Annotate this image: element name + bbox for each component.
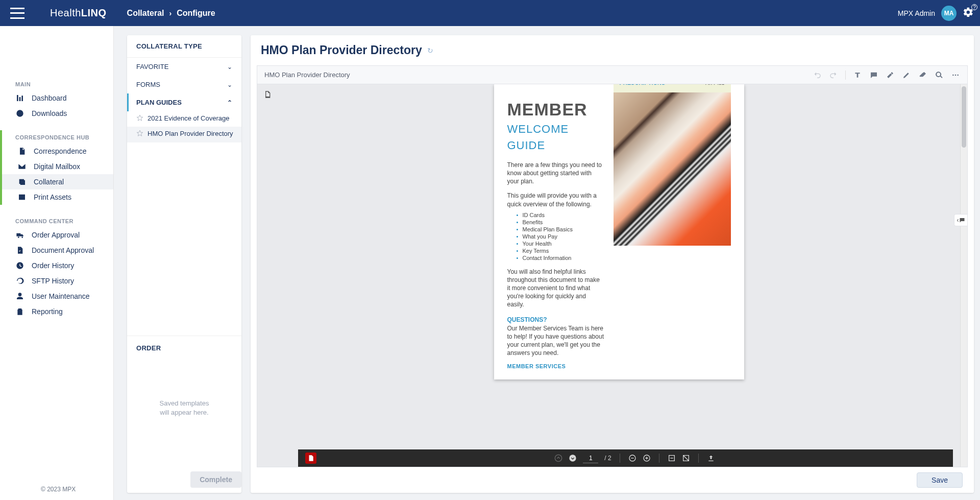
page-up-icon[interactable] xyxy=(554,454,562,462)
save-button[interactable]: Save xyxy=(917,472,963,488)
collateral-item-hmo-directory[interactable]: HMO Plan Provider Directory xyxy=(127,127,241,142)
document-viewer: HMO Plan Provider Directory xyxy=(257,65,968,467)
chevron-down-icon: ⌄ xyxy=(227,81,232,88)
thumbnail-rail[interactable] xyxy=(257,84,278,467)
section-main-title: MAIN xyxy=(0,77,113,90)
viewer-doc-name: HMO Plan Provider Directory xyxy=(264,71,350,79)
category-label: FAVORITE xyxy=(136,63,168,70)
sidebar-item-label: Dashboard xyxy=(32,94,67,102)
pages-icon xyxy=(263,90,272,99)
redo-icon[interactable] xyxy=(829,70,838,80)
history-icon xyxy=(15,261,24,270)
pencil-icon[interactable] xyxy=(902,70,911,80)
svg-point-3 xyxy=(555,455,562,461)
svg-point-0 xyxy=(952,74,954,76)
chevron-right-icon: › xyxy=(169,9,172,17)
sidebar-item-label: Collateral xyxy=(34,178,64,186)
breadcrumb-configure: Configure xyxy=(177,9,215,18)
sidebar-item-downloads[interactable]: Downloads xyxy=(0,106,113,121)
scrollbar-thumb[interactable] xyxy=(962,86,966,148)
page-number-input[interactable] xyxy=(583,454,598,463)
viewer-body: MEMBER WELCOME GUIDE Thank you for choos… xyxy=(257,84,967,467)
sidebar-item-print-assets[interactable]: Print Assets xyxy=(2,189,113,205)
sidebar-item-order-history[interactable]: Order History xyxy=(0,258,113,273)
doc-bullet: Medical Plan Basics xyxy=(517,226,604,233)
doc-bullet: Contact Information xyxy=(517,254,604,261)
settings-button[interactable]: ? xyxy=(963,7,974,19)
document-check-icon xyxy=(15,246,24,254)
doc-bullet: What you Pay xyxy=(517,233,604,240)
sidebar-item-label: Correspondence xyxy=(34,147,87,155)
menu-icon[interactable] xyxy=(10,8,24,19)
comment-icon[interactable] xyxy=(869,70,878,80)
page-down-icon[interactable] xyxy=(569,454,577,462)
search-icon[interactable] xyxy=(935,70,944,80)
brand-logo: HealthLINQ xyxy=(50,7,107,19)
help-icon[interactable]: ? xyxy=(971,4,977,10)
undo-icon[interactable] xyxy=(813,70,822,80)
collateral-item-label: 2021 Evidence of Coverage xyxy=(148,114,229,123)
collateral-item-label: HMO Plan Provider Directory xyxy=(148,130,233,138)
category-label: FORMS xyxy=(136,81,160,88)
sidebar-item-reporting[interactable]: Reporting xyxy=(0,304,113,319)
sidebar-item-dashboard[interactable]: Dashboard xyxy=(0,90,113,106)
comments-panel-toggle[interactable]: ‹ xyxy=(954,214,967,226)
doc-hero-image xyxy=(614,92,731,246)
complete-button[interactable]: Complete xyxy=(190,471,241,488)
page-total: / 2 xyxy=(604,455,611,462)
breadcrumb-collateral[interactable]: Collateral xyxy=(127,9,164,18)
category-plan-guides[interactable]: PLAN GUIDES ⌃ xyxy=(127,93,241,111)
doc-member-services-heading: MEMBER SERVICES xyxy=(507,363,604,369)
zoom-in-icon[interactable] xyxy=(643,454,651,462)
text-tool-icon[interactable] xyxy=(853,70,862,80)
sidebar-item-user-maintenance[interactable]: User Maintenance xyxy=(0,289,113,304)
fit-width-icon[interactable] xyxy=(668,454,676,462)
doc-bullet: Your Health xyxy=(517,240,604,247)
sidebar-item-collateral[interactable]: Collateral xyxy=(2,174,113,189)
layers-icon xyxy=(17,178,27,186)
sidebar-item-digital-mailbox[interactable]: Digital Mailbox xyxy=(2,159,113,174)
sidebar-item-sftp-history[interactable]: SFTP History xyxy=(0,273,113,289)
doc-intro2: This guide will provide you with a quick… xyxy=(507,192,604,208)
collateral-item-eoc[interactable]: 2021 Evidence of Coverage xyxy=(127,111,241,127)
download-icon xyxy=(15,109,24,117)
svg-point-2 xyxy=(957,74,959,76)
sidebar-item-label: Document Approval xyxy=(32,246,94,254)
page-area[interactable]: MEMBER WELCOME GUIDE Thank you for choos… xyxy=(278,84,960,467)
order-title: ORDER xyxy=(136,344,232,352)
highlighter-icon[interactable] xyxy=(886,70,895,80)
sidebar-item-label: SFTP History xyxy=(32,277,74,285)
doc-bullet: Key Terms xyxy=(517,247,604,254)
left-sidebar: MAIN Dashboard Downloads CORRESPONDENCE … xyxy=(0,26,114,500)
eraser-icon[interactable] xyxy=(918,70,927,80)
app-header: HealthLINQ Collateral › Configure MPX Ad… xyxy=(0,0,980,26)
sidebar-item-correspondence[interactable]: Correspondence xyxy=(2,144,113,159)
zoom-out-icon[interactable] xyxy=(628,454,636,462)
doc-questions-heading: QUESTIONS? xyxy=(507,316,604,323)
sidebar-item-label: Reporting xyxy=(32,307,63,316)
upload-icon[interactable] xyxy=(707,454,715,462)
sidebar-item-document-approval[interactable]: Document Approval xyxy=(0,243,113,258)
avatar[interactable]: MA xyxy=(941,6,957,21)
doc-paragraph: You will also find helpful links through… xyxy=(507,268,604,309)
category-forms[interactable]: FORMS ⌄ xyxy=(127,76,241,93)
refresh-icon[interactable]: ↻ xyxy=(427,46,433,55)
chart-bar-icon xyxy=(15,94,24,102)
viewer-toolbar: HMO Plan Provider Directory xyxy=(257,66,967,84)
more-icon[interactable] xyxy=(951,70,960,80)
fit-page-icon[interactable] xyxy=(682,454,690,462)
document-icon xyxy=(17,147,27,155)
workspace: COLLATERAL TYPE FAVORITE ⌄ FORMS ⌄ PLAN … xyxy=(114,26,980,500)
document-page: MEMBER WELCOME GUIDE Thank you for choos… xyxy=(494,84,744,379)
star-outline-icon[interactable] xyxy=(136,114,143,124)
category-favorite[interactable]: FAVORITE ⌄ xyxy=(127,58,241,76)
sidebar-item-order-approval[interactable]: Order Approval xyxy=(0,227,113,243)
star-outline-icon[interactable] xyxy=(136,130,143,139)
scrollbar[interactable] xyxy=(960,84,967,467)
chevron-down-icon: ⌄ xyxy=(227,63,232,70)
copyright: © 2023 MPX xyxy=(0,481,113,500)
section-hub-title: CORRESPONDENCE HUB xyxy=(2,130,113,144)
collateral-type-panel: COLLATERAL TYPE FAVORITE ⌄ FORMS ⌄ PLAN … xyxy=(127,35,241,493)
svg-point-4 xyxy=(570,455,576,461)
sidebar-item-label: Order Approval xyxy=(32,231,80,239)
